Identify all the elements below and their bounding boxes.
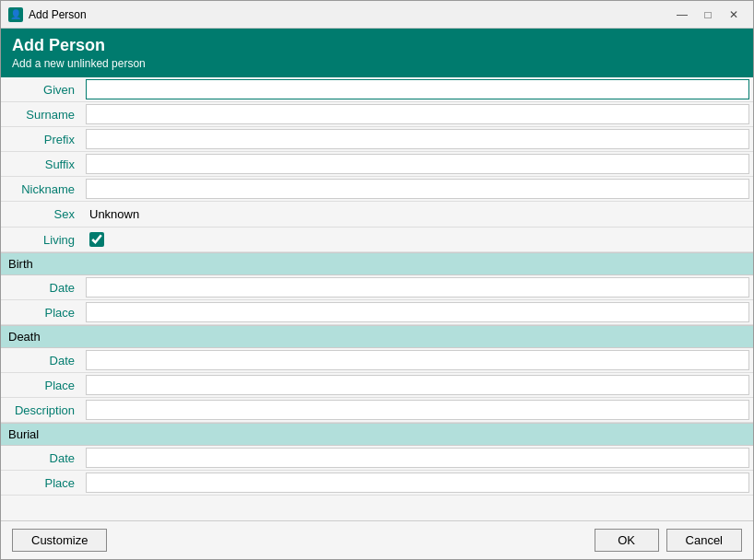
nickname-value-cell xyxy=(82,177,753,201)
customize-button[interactable]: Customize xyxy=(12,529,107,552)
death-date-row: Date xyxy=(1,348,753,373)
death-description-label: Description xyxy=(1,398,82,422)
given-input[interactable] xyxy=(86,79,749,99)
birth-date-label: Date xyxy=(1,275,82,299)
birth-date-value-cell xyxy=(82,275,753,299)
birth-place-row: Place xyxy=(1,300,753,325)
sex-display[interactable]: Unknown xyxy=(86,204,143,225)
burial-date-value-cell xyxy=(82,446,753,470)
ok-button[interactable]: OK xyxy=(595,529,659,552)
app-icon: 👤 xyxy=(8,7,23,22)
living-checkbox[interactable] xyxy=(89,232,104,247)
given-row: Given xyxy=(1,77,753,102)
birth-place-value-cell xyxy=(82,300,753,324)
death-place-input[interactable] xyxy=(86,375,749,395)
surname-row: Surname xyxy=(1,102,753,127)
titlebar: 👤 Add Person — □ ✕ xyxy=(1,1,753,29)
suffix-label: Suffix xyxy=(1,152,82,176)
burial-place-row: Place xyxy=(1,471,753,496)
burial-date-row: Date xyxy=(1,446,753,471)
death-date-input[interactable] xyxy=(86,350,749,370)
living-row: Living xyxy=(1,228,753,252)
minimize-button[interactable]: — xyxy=(670,6,694,24)
surname-value-cell xyxy=(82,102,753,126)
form-area: Given Surname Prefix Suffix xyxy=(1,77,753,520)
death-section-header: Death xyxy=(1,325,753,348)
living-label: Living xyxy=(1,228,82,251)
titlebar-title: Add Person xyxy=(29,8,87,21)
suffix-input[interactable] xyxy=(86,154,749,174)
add-person-window: 👤 Add Person — □ ✕ Add Person Add a new … xyxy=(0,0,754,560)
sex-value-cell: Unknown xyxy=(82,202,753,227)
surname-label: Surname xyxy=(1,102,82,126)
burial-place-label: Place xyxy=(1,471,82,495)
footer: Customize OK Cancel xyxy=(1,520,753,559)
prefix-value-cell xyxy=(82,127,753,151)
dialog-header: Add Person Add a new unlinked person xyxy=(1,29,753,77)
birth-date-row: Date xyxy=(1,275,753,300)
birth-place-label: Place xyxy=(1,300,82,324)
dialog-subtitle: Add a new unlinked person xyxy=(12,57,742,70)
death-date-label: Date xyxy=(1,348,82,372)
prefix-input[interactable] xyxy=(86,129,749,149)
nickname-row: Nickname xyxy=(1,177,753,202)
burial-section-header: Burial xyxy=(1,423,753,446)
birth-section-header: Birth xyxy=(1,252,753,275)
death-place-label: Place xyxy=(1,373,82,397)
prefix-label: Prefix xyxy=(1,127,82,151)
living-checkbox-wrapper xyxy=(86,229,108,250)
burial-place-value-cell xyxy=(82,471,753,495)
footer-right: OK Cancel xyxy=(595,529,742,552)
death-description-value-cell xyxy=(82,398,753,422)
burial-date-input[interactable] xyxy=(86,448,749,468)
death-date-value-cell xyxy=(82,348,753,372)
titlebar-left: 👤 Add Person xyxy=(8,7,87,22)
burial-place-input[interactable] xyxy=(86,472,749,493)
maximize-button[interactable]: □ xyxy=(696,6,720,24)
death-description-input[interactable] xyxy=(86,400,749,420)
birth-date-input[interactable] xyxy=(86,277,749,298)
sex-label: Sex xyxy=(1,202,82,227)
birth-place-input[interactable] xyxy=(86,302,749,322)
titlebar-controls: — □ ✕ xyxy=(670,6,746,24)
death-place-row: Place xyxy=(1,373,753,398)
given-label: Given xyxy=(1,77,82,101)
suffix-value-cell xyxy=(82,152,753,176)
sex-row: Sex Unknown xyxy=(1,202,753,228)
close-button[interactable]: ✕ xyxy=(722,6,746,24)
dialog-title: Add Person xyxy=(12,36,742,55)
suffix-row: Suffix xyxy=(1,152,753,177)
nickname-input[interactable] xyxy=(86,179,749,199)
nickname-label: Nickname xyxy=(1,177,82,201)
surname-input[interactable] xyxy=(86,104,749,124)
living-value-cell xyxy=(82,228,753,251)
death-description-row: Description xyxy=(1,398,753,423)
given-value-cell xyxy=(82,77,753,101)
burial-date-label: Date xyxy=(1,446,82,470)
prefix-row: Prefix xyxy=(1,127,753,152)
death-place-value-cell xyxy=(82,373,753,397)
cancel-button[interactable]: Cancel xyxy=(666,529,742,552)
